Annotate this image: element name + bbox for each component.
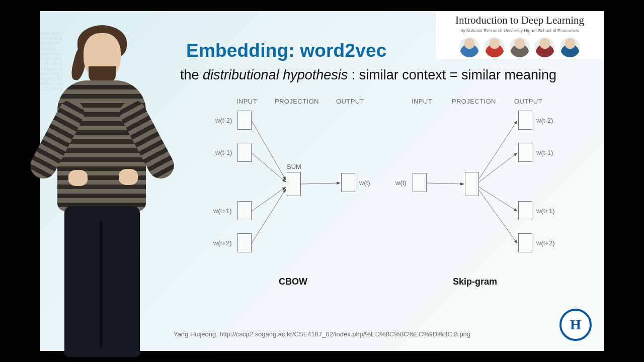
sg-input-box	[413, 173, 427, 192]
course-title: Introduction to Deep Learning	[440, 14, 600, 27]
sg-output-label: w(t-1)	[536, 149, 553, 156]
cbow-output-label: w(t)	[359, 179, 370, 187]
cbow-input-box	[237, 233, 252, 252]
svg-line-7	[479, 121, 517, 179]
cbow-projection-box	[287, 172, 301, 196]
cbow-hdr-output: OUTPUT	[336, 98, 364, 105]
course-info-card: Introduction to Deep Learning by Nationa…	[436, 11, 604, 59]
sg-output-box	[518, 143, 532, 162]
avatar	[560, 37, 580, 57]
sg-output-label: w(t+2)	[536, 239, 554, 247]
avatar	[459, 37, 479, 57]
cbow-input-label: w(t+2)	[213, 239, 231, 247]
subtitle-post: : similar context = similar meaning	[348, 67, 556, 82]
svg-line-4	[252, 189, 286, 243]
sg-output-label: w(t+1)	[536, 207, 554, 215]
avatar	[535, 37, 555, 57]
slide-title: Embedding: word2vec	[186, 40, 387, 61]
svg-line-2	[252, 153, 286, 182]
cbow-name: CBOW	[279, 277, 307, 287]
sg-hdr-input: INPUT	[412, 98, 432, 105]
sg-output-box	[518, 233, 532, 252]
sg-hdr-output: OUTPUT	[514, 98, 542, 105]
avatar	[485, 37, 505, 57]
cbow-input-box	[237, 143, 252, 162]
presenter-figure	[42, 21, 178, 343]
sg-input-label: w(t)	[395, 179, 407, 187]
skipgram-name: Skip-gram	[453, 277, 497, 287]
sg-output-label: w(t-2)	[536, 117, 553, 124]
svg-line-5	[301, 183, 340, 184]
instructor-avatars	[440, 37, 600, 57]
cbow-output-box	[341, 173, 355, 192]
svg-line-6	[427, 183, 464, 184]
cbow-input-label: w(t-2)	[215, 117, 232, 124]
slide-subtitle: the distributional hypothesis : similar …	[180, 67, 556, 83]
cbow-input-box	[237, 201, 252, 220]
cbow-sum-label: SUM	[287, 163, 301, 170]
hse-logo: H	[559, 309, 592, 341]
svg-line-8	[479, 153, 517, 182]
cbow-hdr-input: INPUT	[236, 98, 257, 105]
svg-line-10	[479, 190, 517, 243]
subtitle-em: distributional hypothesis	[203, 67, 348, 82]
cbow-input-label: w(t-1)	[215, 149, 232, 156]
sg-output-box	[518, 201, 532, 220]
avatar	[510, 37, 530, 57]
logo-text: H	[570, 317, 581, 333]
cbow-input-box	[237, 111, 252, 130]
svg-line-1	[252, 121, 286, 180]
svg-line-3	[252, 187, 286, 211]
sg-projection-box	[465, 172, 479, 196]
sg-output-box	[518, 111, 532, 130]
cbow-hdr-projection: PROJECTION	[275, 98, 319, 105]
subtitle-pre: the	[180, 67, 203, 82]
course-subtitle: by National Research University Higher S…	[440, 28, 600, 33]
cbow-input-label: w(t+1)	[213, 207, 231, 215]
svg-line-9	[479, 187, 517, 211]
sg-hdr-projection: PROJECTION	[452, 98, 496, 105]
